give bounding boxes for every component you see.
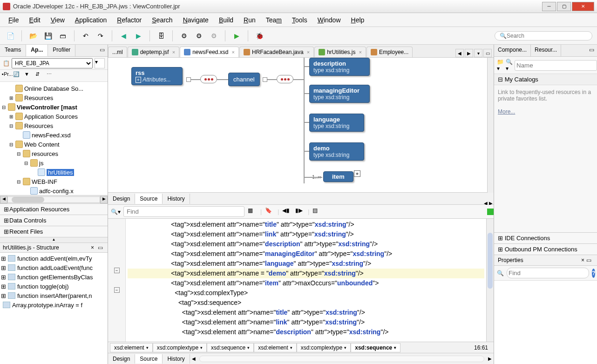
prev-bookmark-icon[interactable]: ◀▮ (282, 207, 292, 217)
rebuild-icon[interactable]: ⚙ (193, 30, 204, 41)
structure-item[interactable]: ⊞function addEvent(elm,evTy (1, 254, 107, 263)
project-dropdown[interactable]: HR_EJB_JPA (12, 58, 93, 68)
tab-profiler[interactable]: Profiler (48, 45, 75, 56)
tree-hscroll[interactable]: ◀▶ (0, 195, 108, 203)
sort-icon[interactable]: ⇵ (35, 71, 45, 81)
section-recent-files[interactable]: ⊞Recent Files (0, 226, 108, 237)
breadcrumb-item[interactable]: xsd:element▾ (254, 343, 297, 352)
menu-navigate[interactable]: Navigate (178, 14, 213, 26)
bottom-tab-design[interactable]: Design (108, 354, 135, 364)
diagram-managingeditor-node[interactable]: managingEditortype xsd:string (309, 85, 370, 103)
editor-tab-active[interactable]: newsFeed.xsd× (180, 47, 239, 57)
find-highlight-icon[interactable]: ▦ (247, 207, 258, 217)
editor-tab[interactable]: hrUtilities.js× (314, 47, 366, 57)
view-tab-design[interactable]: Design (108, 194, 135, 204)
options-icon[interactable]: ⋯ (47, 71, 56, 81)
breadcrumb-item[interactable]: xsd:complextype▾ (297, 343, 351, 352)
code-editor[interactable]: <tag">xsd:element attr">name="title" att… (126, 219, 486, 342)
tab-resources[interactable]: Resour... (531, 45, 561, 56)
section-app-resources[interactable]: ⊞Application Resources (0, 203, 108, 215)
my-catalogs-header[interactable]: ⊟ My Catalogs (494, 74, 597, 85)
find-input[interactable] (123, 206, 244, 217)
editor-tab[interactable]: ...ml (108, 47, 127, 57)
redo-icon[interactable]: ↷ (95, 30, 106, 41)
breadcrumb-item[interactable]: xsd:sequence▾ (207, 343, 254, 352)
props-close-icon[interactable]: × (581, 257, 584, 263)
right-min-icon[interactable]: ▭ (586, 45, 597, 56)
menu-application[interactable]: Application (70, 14, 112, 26)
breadcrumb-item[interactable]: xsd:complextype▾ (153, 343, 207, 352)
outbound-pm-connections[interactable]: ⊞ Outbound PM Connections (494, 243, 597, 255)
minimize-button[interactable]: ─ (542, 2, 556, 11)
db-icon[interactable]: 🗄 (156, 30, 167, 41)
code-view-icon[interactable]: ▤ (312, 207, 322, 217)
save-icon[interactable]: 💾 (42, 30, 54, 41)
fold-icon[interactable]: − (114, 287, 120, 293)
build-icon[interactable]: ⚙ (178, 30, 190, 41)
maximize-button[interactable]: ▢ (557, 2, 571, 11)
breadcrumb-item[interactable]: xsd:sequence▾ (351, 343, 400, 352)
bottom-tab-source[interactable]: Source (135, 354, 163, 364)
cancel-build-icon[interactable]: ⚙ (208, 30, 219, 41)
menu-team[interactable]: Team (261, 14, 286, 26)
debug-icon[interactable]: 🐞 (254, 30, 265, 41)
forward-icon[interactable]: ▶ (133, 30, 144, 41)
tab-max-icon[interactable]: ▭ (483, 49, 492, 57)
find-icon[interactable]: 🔍▾ (111, 209, 121, 215)
menu-refactor[interactable]: Refactor (112, 14, 146, 26)
structure-item[interactable]: ⊞function getElementsByClas (1, 272, 107, 282)
save-all-icon[interactable]: 🗃 (57, 30, 68, 41)
structure-item[interactable]: ⊞function insertAfter(parent,n (1, 291, 107, 300)
structure-close-icon[interactable]: × (89, 244, 96, 251)
fold-icon[interactable]: − (114, 268, 120, 273)
tab-teams[interactable]: Teams (0, 45, 26, 56)
search-input[interactable] (507, 33, 587, 39)
refresh-icon[interactable]: 🔄 (13, 71, 22, 81)
menu-file[interactable]: File (4, 14, 24, 26)
structure-item[interactable]: Array.prototype.inArray = f (1, 300, 107, 310)
help-icon[interactable]: ? (592, 269, 595, 278)
menu-run[interactable]: Run (239, 14, 260, 26)
diagram-description-node[interactable]: descriptiontype xsd:string (309, 58, 370, 76)
breadcrumb-item[interactable]: xsd:element▾ (110, 343, 153, 352)
back-icon[interactable]: ◀ (118, 30, 129, 41)
diagram-rss-node[interactable]: rss (136, 69, 178, 76)
tab-close-icon[interactable]: × (359, 49, 361, 55)
projects-dropdown[interactable]: ▪Pr... (2, 71, 11, 81)
panel-resize-handle[interactable]: ▲ (0, 237, 108, 243)
minimize-panel-icon[interactable]: ▭ (97, 45, 108, 56)
bottom-tab-history[interactable]: History (163, 354, 190, 364)
name-filter-input[interactable] (515, 60, 597, 71)
xsd-diagram[interactable]: rss + Attributes... channel descriptiont… (108, 58, 487, 193)
undo-icon[interactable]: ↶ (80, 30, 91, 41)
diagram-vscroll[interactable] (487, 58, 494, 193)
menu-tools[interactable]: Tools (287, 14, 312, 26)
code-vscroll[interactable] (486, 219, 494, 342)
more-link[interactable]: More... (498, 108, 515, 115)
close-button[interactable]: ✕ (572, 2, 594, 11)
tab-components[interactable]: Compone... (494, 45, 531, 56)
bottom-hscroll[interactable] (199, 356, 484, 362)
tab-close-icon[interactable]: × (232, 49, 235, 55)
section-data-controls[interactable]: ⊞Data Controls (0, 215, 108, 226)
diagram-channel-node[interactable]: channel (228, 73, 260, 86)
filter-icon[interactable]: ▼ (24, 71, 34, 81)
run-icon[interactable]: ▶ (231, 30, 242, 41)
properties-find-input[interactable] (507, 268, 589, 278)
next-bookmark-icon[interactable]: ▮▶ (295, 207, 305, 217)
props-min-icon[interactable]: ▭ (584, 257, 593, 263)
tab-list-icon[interactable]: ▾ (474, 49, 482, 57)
diagram-demo-node[interactable]: demotype xsd:string (309, 142, 364, 161)
menu-build[interactable]: Build (214, 14, 238, 26)
project-tree[interactable]: Online Database So... ⊞Resources ⊟ViewCo… (0, 82, 108, 195)
open-icon[interactable]: 📂 (27, 30, 39, 41)
bookmark-icon[interactable]: 🔖 (265, 207, 275, 217)
structure-item[interactable]: ⊞function toggle(obj) (1, 282, 107, 291)
tab-applications[interactable]: Ap... (26, 45, 48, 56)
menu-edit[interactable]: Edit (25, 14, 45, 26)
tab-prev-icon[interactable]: ◀ (455, 49, 464, 57)
editor-tab[interactable]: Employee... (366, 47, 413, 57)
new-resource-icon[interactable]: 📁▾ (497, 59, 504, 72)
tab-close-icon[interactable]: × (307, 49, 310, 55)
menu-help[interactable]: Help (346, 14, 369, 26)
